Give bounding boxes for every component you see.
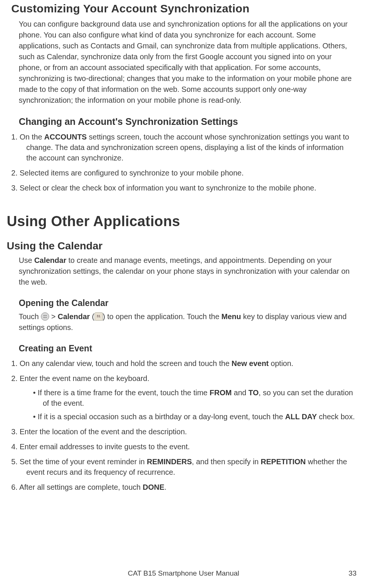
heading-using-other-applications: Using Other Applications xyxy=(7,213,355,230)
bold-new-event: New event xyxy=(232,359,269,368)
text: ( xyxy=(90,312,94,321)
page-number: 33 xyxy=(349,569,356,578)
bold-menu: Menu xyxy=(221,312,241,321)
apps-icon xyxy=(41,312,49,321)
heading-changing-sync-settings: Changing an Account's Synchronization Se… xyxy=(19,116,355,127)
text: option. xyxy=(269,359,293,368)
text: and xyxy=(232,388,248,397)
bold-all-day: ALL DAY xyxy=(285,412,317,421)
text: On the xyxy=(20,133,44,141)
bold-reminders: REMINDERS xyxy=(147,458,192,466)
text: ) to open the application. Touch the xyxy=(103,312,222,321)
text-gt: > xyxy=(49,312,58,321)
heading-creating-event: Creating an Event xyxy=(19,344,355,354)
text: On any calendar view, touch and hold the… xyxy=(20,359,232,368)
text: Set the time of your event reminder in xyxy=(20,458,147,466)
step-3-select-clear: Select or clear the check box of informa… xyxy=(11,183,355,193)
text: to create and manage events, meetings, a… xyxy=(19,256,350,286)
text: Touch xyxy=(19,312,41,321)
step-2-selected-items: Selected items are configured to synchro… xyxy=(11,168,355,178)
sub-from-to: If there is a time frame for the event, … xyxy=(33,387,355,408)
step-1-accounts: On the ACCOUNTS settings screen, touch t… xyxy=(11,132,355,163)
paragraph-customizing-account-sync: You can configure background data use an… xyxy=(19,19,355,106)
text: Use xyxy=(19,256,34,264)
heading-opening-calendar: Opening the Calendar xyxy=(19,298,355,308)
step-1-new-event: On any calendar view, touch and hold the… xyxy=(11,358,355,369)
footer-title: CAT B15 Smartphone User Manual xyxy=(0,569,367,578)
text: If it is a special occasion such as a bi… xyxy=(38,412,285,421)
step-4-invite: Enter email addresses to invite guests t… xyxy=(11,441,355,452)
text: , and then specify in xyxy=(192,458,260,466)
calendar-icon xyxy=(95,312,103,321)
text: After all settings are complete, touch xyxy=(19,483,143,491)
text: If there is a time frame for the event, … xyxy=(38,388,210,397)
sub-all-day: If it is a special occasion such as a bi… xyxy=(33,411,355,422)
step-5-reminders: Set the time of your event reminder in R… xyxy=(11,456,355,477)
paragraph-using-calendar: Use Calendar to create and manage events… xyxy=(19,255,355,288)
bold-from: FROM xyxy=(210,388,232,397)
text: check box. xyxy=(317,412,355,421)
bold-accounts: ACCOUNTS xyxy=(44,133,87,141)
text: . xyxy=(164,483,167,491)
step-6-done: After all settings are complete, touch D… xyxy=(11,482,355,492)
step-3-location: Enter the location of the event and the … xyxy=(11,426,355,437)
bold-to: TO xyxy=(248,388,259,397)
heading-using-calendar: Using the Calendar xyxy=(7,240,355,252)
bold-done: DONE xyxy=(143,483,164,491)
heading-customizing-account-sync: Customizing Your Account Synchronization xyxy=(11,0,355,15)
text: Enter the event name on the keyboard. xyxy=(20,374,149,382)
step-2-event-name: Enter the event name on the keyboard. If… xyxy=(11,373,355,422)
bold-repetition: REPETITION xyxy=(261,458,306,466)
paragraph-opening-calendar: Touch > Calendar () to open the applicat… xyxy=(19,311,355,333)
bold-calendar: Calendar xyxy=(34,256,66,264)
bold-calendar: Calendar xyxy=(58,312,90,321)
